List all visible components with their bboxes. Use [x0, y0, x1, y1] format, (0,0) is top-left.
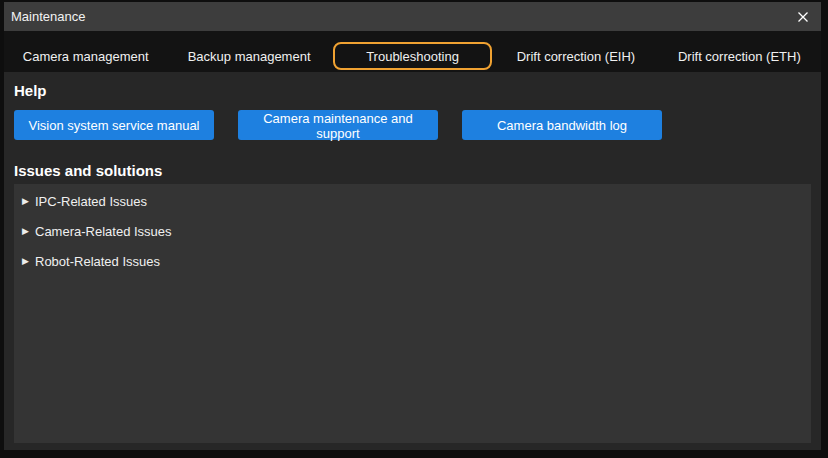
tab-bar: Camera management Backup management Trou… — [4, 31, 821, 72]
issue-row-robot[interactable]: ▶ Robot-Related Issues — [14, 246, 811, 276]
expander-collapsed-icon[interactable]: ▶ — [22, 257, 35, 266]
issue-row-ipc[interactable]: ▶ IPC-Related Issues — [14, 186, 811, 216]
tab-backup-management[interactable]: Backup management — [169, 42, 328, 70]
tab-camera-management[interactable]: Camera management — [6, 42, 165, 70]
vision-system-service-manual-button[interactable]: Vision system service manual — [14, 110, 214, 140]
window-title: Maintenance — [11, 9, 85, 24]
issue-label: Robot-Related Issues — [35, 254, 160, 269]
issues-panel: ▶ IPC-Related Issues ▶ Camera-Related Is… — [14, 184, 811, 443]
expander-collapsed-icon[interactable]: ▶ — [22, 197, 35, 206]
content-area: Help Vision system service manual Camera… — [4, 72, 821, 450]
camera-bandwidth-log-button[interactable]: Camera bandwidth log — [462, 110, 662, 140]
help-heading: Help — [14, 83, 811, 99]
tab-troubleshooting[interactable]: Troubleshooting — [333, 42, 492, 70]
issues-heading: Issues and solutions — [14, 163, 811, 179]
tab-drift-correction-eth[interactable]: Drift correction (ETH) — [660, 42, 819, 70]
expander-collapsed-icon[interactable]: ▶ — [22, 227, 35, 236]
issue-row-camera[interactable]: ▶ Camera-Related Issues — [14, 216, 811, 246]
close-icon — [797, 11, 809, 23]
title-bar: Maintenance — [4, 2, 821, 31]
tab-drift-correction-eih[interactable]: Drift correction (EIH) — [496, 42, 655, 70]
camera-maintenance-and-support-button[interactable]: Camera maintenance and support — [238, 110, 438, 140]
issue-label: IPC-Related Issues — [35, 194, 147, 209]
maintenance-dialog: Maintenance Camera management Backup man… — [0, 0, 828, 458]
issue-label: Camera-Related Issues — [35, 224, 172, 239]
close-button[interactable] — [791, 5, 815, 29]
help-button-row: Vision system service manual Camera main… — [14, 110, 811, 140]
